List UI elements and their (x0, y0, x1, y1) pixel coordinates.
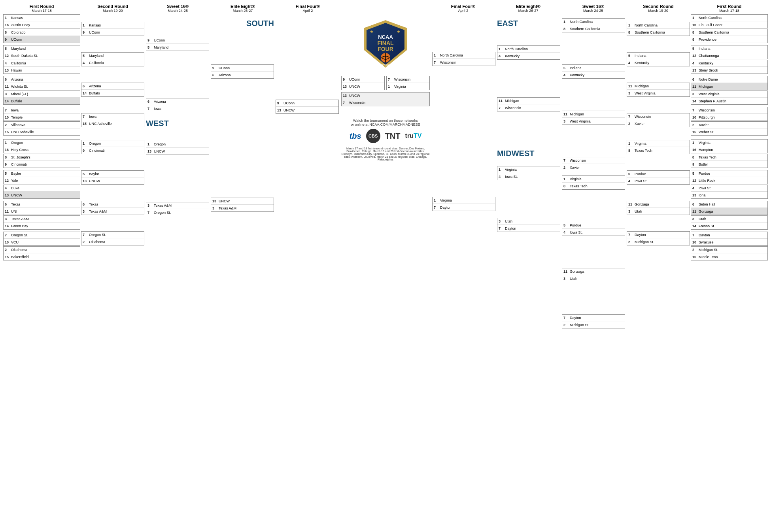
watch-text2: or online at NCAA.COM/MARCHMADNESS (351, 123, 420, 126)
match-e-e8-1: 1North Carolina 4Kentucky (497, 45, 560, 60)
team-row: 3Texas A&M (146, 202, 209, 209)
team-row: 5Purdue (691, 170, 767, 177)
team-row: 1North Carolina (691, 15, 767, 21)
right-elite8-col: EAST 1North Carolina 4Kentucky 11Michiga… (496, 14, 561, 504)
right-second-round-col: 1North Carolina 8Southern California 5In… (626, 14, 691, 504)
header-sweet16-left: Sweet 16® March 24-25 (145, 3, 210, 13)
left-sweet16-col: 9UConn 5Maryland 6Arizona 7Iowa WEST 1Or… (145, 14, 210, 504)
team-row: 9UConn (4, 36, 80, 43)
team-row: 3Miami (FL) (4, 91, 80, 98)
svg-text:★: ★ (397, 29, 401, 34)
team-row: 9UConn (342, 76, 384, 83)
team-row: 5Purdue (627, 171, 690, 177)
team-row: 7Dayton (562, 315, 625, 321)
team-row: 4Kentucky (562, 72, 625, 78)
match-e-r2-1: 1North Carolina 8Southern California (627, 22, 690, 36)
team-row: 4Iowa St. (497, 173, 560, 180)
match-s-s16-1: 9UConn 5Maryland (146, 37, 209, 51)
team-row: 11Michigan (562, 111, 625, 118)
left-first-round-col: 1Kansas 16Austin Peay 8Colorado 9UConn 5… (3, 14, 80, 504)
match-w2: 8St. Joseph's 9Cincinnati (3, 154, 80, 168)
team-row: 3West Virginia (627, 90, 690, 96)
team-row: 14Buffalo (81, 90, 144, 96)
team-row: 7Wisconsin (342, 99, 429, 106)
team-row: 1Kansas (81, 22, 144, 29)
team-row: 8Southern California (627, 29, 690, 36)
team-row: 13UNCW (81, 177, 144, 184)
team-row: 7Oregon St. (4, 232, 80, 239)
team-row: 13UNCW (342, 92, 429, 99)
championship-area: 9UConn 13UNCW 7Wisconsin 1Virginia (341, 76, 430, 91)
match-w8: 2Oklahoma 15Bakersfield (3, 246, 80, 260)
match-w-e8: 13UNCW 3Texas A&M (211, 198, 274, 212)
svg-text:FINAL: FINAL (377, 40, 394, 46)
team-row: 15UNC Asheville (4, 128, 80, 135)
midwest-label: MIDWEST (497, 147, 560, 160)
match-s3: 5Maryland 12South Dakota St. (3, 45, 80, 59)
team-row: 1North Carolina (562, 19, 625, 25)
match-er5: 6Notre Dame 11Michigan (691, 76, 768, 90)
team-row: 2Oklahoma (81, 238, 144, 245)
team-row: 10Pittsburgh (691, 114, 767, 121)
team-row: 3Texas A&M (4, 216, 80, 223)
team-row: 1Virginia (691, 140, 767, 146)
team-row: 16Austin Peay (4, 21, 80, 28)
match-s2: 8Colorado 9UConn (3, 29, 80, 43)
match-s4: 4California 13Hawaii (3, 60, 80, 74)
team-row: 6Texas (81, 201, 144, 208)
match-rf4-1: 1North Carolina 7Wisconsin (432, 52, 495, 66)
match-e-s16-3: 11Michigan 3West Virginia (562, 111, 625, 125)
team-row: 3Utah (562, 275, 625, 282)
ncaa-logo: ★ ★ NCAA FINAL FOUR HOUSTON 2016 (360, 18, 411, 70)
match-m-s16-3: 11Gonzaga 3Utah (562, 268, 625, 282)
header-second-round-right: Second Round March 19-20 (626, 3, 691, 13)
match-w6: 3Texas A&M 14Green Bay (3, 215, 80, 230)
team-row: 3West Virginia (562, 118, 625, 125)
team-row: 2Villanova (4, 122, 80, 128)
team-row: 11Gonzaga (562, 268, 625, 275)
team-row: 8Southern California (691, 29, 767, 36)
team-row: 9Cincinnati (4, 161, 80, 168)
team-row: 3Texas A&M (211, 205, 274, 211)
tbs-logo: tbs (350, 132, 361, 141)
team-row: 16Holy Cross (4, 146, 80, 153)
team-row: 7Wisconsin (387, 76, 429, 83)
team-row: 2Xavier (627, 120, 690, 127)
team-row: 15Weber St. (691, 128, 767, 135)
right-final4-col: 1North Carolina 7Wisconsin 1Virginia 7Da… (431, 14, 496, 504)
team-row: 16Hampton (691, 146, 767, 153)
team-row: 12Little Rock (691, 177, 767, 184)
header-elite8-right: Elite Eight® March 26-27 (496, 3, 561, 13)
match-s-r2-2: 5Maryland 4California (81, 52, 144, 66)
team-row: 15Middle Tenn. (691, 253, 767, 260)
team-row: 9UConn (81, 29, 144, 36)
trutv-logo: truTV (405, 132, 422, 140)
team-row: 7Oregon St. (81, 232, 144, 238)
team-row: 8Texas Tech (627, 147, 690, 154)
team-row: 5Indiana (691, 45, 767, 52)
match-m-r2-4: 7Dayton 2Michigan St. (627, 231, 690, 245)
match-lf4: 9UConn 13UNCW (276, 100, 339, 114)
team-row: 15Bakersfield (4, 253, 80, 260)
team-row: 8Texas Tech (691, 154, 767, 161)
center-col: ★ ★ NCAA FINAL FOUR HOUSTON 2016 (340, 14, 431, 504)
match-er3: 5Indiana 12Chattanooga (691, 45, 768, 59)
match-s-s16-2: 6Arizona 7Iowa (146, 98, 209, 112)
team-row: 14Green Bay (4, 223, 80, 229)
svg-text:★: ★ (370, 29, 374, 34)
team-row: 6Arizona (146, 98, 209, 105)
team-row: 14Fresno St. (691, 223, 767, 229)
team-row: 10Syracuse (691, 239, 767, 245)
team-row: 8Southern California (562, 25, 625, 32)
team-row: 7Wisconsin (497, 104, 560, 111)
team-row: 4California (4, 60, 80, 67)
footnote: March 17 and 18 first-/second-round site… (341, 147, 430, 161)
match-mr1: 1Virginia 16Hampton (691, 139, 768, 153)
team-row: 11Michigan (497, 98, 560, 104)
team-row: 9Butler (691, 161, 767, 168)
match-s7: 7Iowa 10Temple (3, 107, 80, 121)
svg-text:HOUSTON 2016: HOUSTON 2016 (375, 64, 396, 67)
team-row: 4Kentucky (691, 60, 767, 67)
team-row: 5Indiana (627, 53, 690, 59)
svg-text:NCAA: NCAA (378, 34, 393, 40)
